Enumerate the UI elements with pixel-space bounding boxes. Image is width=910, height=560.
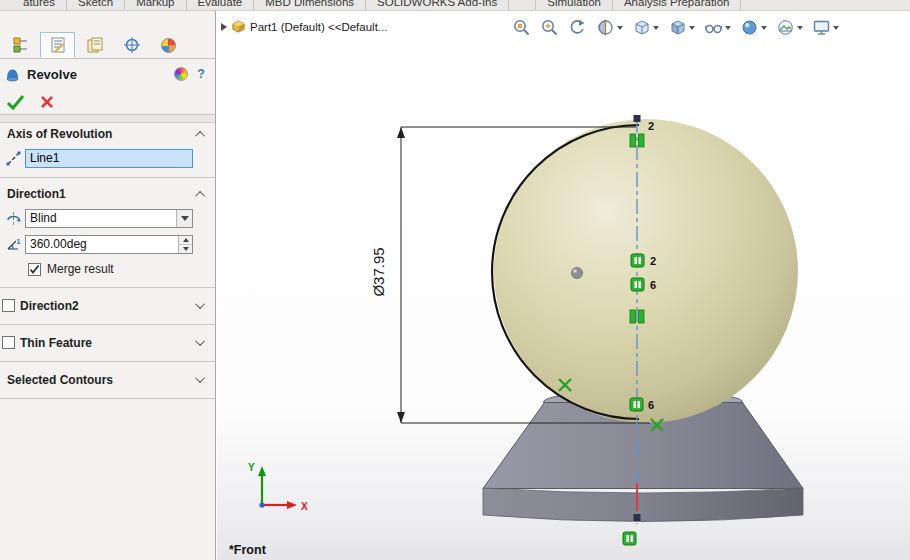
tab-mbd-dimensions[interactable]: MBD Dimensions	[254, 0, 366, 11]
relation-badge-mid-2[interactable]	[631, 278, 644, 291]
tab-dimxpert-manager[interactable]	[114, 32, 149, 58]
axis-selection-row: Line1	[0, 145, 215, 171]
spin-up-button[interactable]	[179, 236, 192, 245]
revolve-direction-icon[interactable]	[5, 210, 22, 227]
pin-color-help-icon[interactable]	[174, 67, 188, 81]
edit-appearance-button[interactable]	[740, 18, 767, 37]
breadcrumb: Part1 (Default) <<Default...	[221, 20, 387, 33]
section-divider	[0, 324, 215, 325]
axis-section-label: Axis of Revolution	[7, 127, 198, 141]
axis-selection-field[interactable]: Line1	[25, 149, 193, 168]
sketch-endpoint-bottom[interactable]	[634, 514, 641, 521]
breadcrumb-part-label[interactable]: Part1 (Default) <<Default...	[250, 21, 387, 33]
thin-feature-label: Thin Feature	[20, 336, 198, 350]
diameter-dimension-text[interactable]: Ø37.95	[370, 247, 387, 296]
axis-of-revolution-header[interactable]: Axis of Revolution	[0, 123, 215, 145]
axis-selection-value: Line1	[30, 151, 59, 165]
thin-feature-checkbox[interactable]	[2, 336, 15, 349]
zoom-to-area-button[interactable]	[540, 18, 559, 37]
previous-view-icon	[568, 18, 587, 37]
merge-result-checkbox[interactable]	[28, 263, 41, 276]
view-settings-button[interactable]	[812, 18, 839, 37]
tab-analysis-preparation[interactable]: Analysis Preparation	[613, 0, 741, 11]
relation-count-top: 2	[648, 120, 654, 132]
property-manager-icon	[49, 36, 67, 54]
tab-sketch[interactable]: Sketch	[67, 0, 125, 11]
ok-cancel-row	[0, 89, 215, 115]
monitor-icon	[812, 18, 831, 37]
tab-evaluate[interactable]: Evaluate	[187, 0, 255, 11]
angle-value: 360.00deg	[26, 236, 178, 253]
help-icon[interactable]: ?	[197, 67, 205, 81]
direction1-header[interactable]: Direction1	[0, 183, 215, 205]
end-condition-row: Blind	[0, 205, 215, 231]
view-orientation-button[interactable]	[632, 18, 659, 37]
ok-checkmark-button[interactable]	[5, 92, 27, 112]
feature-tree-expand-arrow[interactable]	[221, 23, 227, 31]
axis-line-icon	[5, 150, 22, 167]
relation-badge-low[interactable]	[630, 398, 643, 411]
tab-display-manager[interactable]	[151, 32, 186, 58]
merge-result-row: Merge result	[0, 257, 215, 281]
zoom-fit-icon	[512, 18, 531, 37]
chevron-up-icon	[183, 238, 189, 242]
glasses-icon	[704, 18, 723, 37]
direction1-label: Direction1	[7, 187, 198, 201]
tab-feature-manager[interactable]	[3, 32, 38, 58]
command-tabs: atures Sketch Markup Evaluate MBD Dimens…	[0, 0, 910, 11]
svg-text:1: 1	[16, 238, 20, 245]
section-divider	[0, 177, 215, 178]
relation-count-mid-1: 2	[650, 255, 656, 267]
tab-configuration-manager[interactable]	[77, 32, 112, 58]
thin-feature-section[interactable]: Thin Feature	[0, 330, 215, 355]
merge-result-label: Merge result	[47, 262, 114, 276]
relation-count-mid-2: 6	[650, 279, 656, 291]
manager-tab-row	[0, 32, 215, 59]
direction2-checkbox[interactable]	[2, 299, 15, 312]
section-divider	[0, 361, 215, 362]
chevron-down-icon	[653, 26, 659, 30]
display-style-button[interactable]	[668, 18, 695, 37]
group-separator	[0, 115, 215, 123]
tab-solidworks-addins[interactable]: SOLIDWORKS Add-Ins	[366, 0, 509, 11]
relation-badge-mid-1[interactable]	[631, 254, 644, 267]
tab-features[interactable]: atures	[12, 0, 67, 11]
dimxpert-icon	[123, 36, 141, 54]
feature-tree-icon	[12, 36, 30, 54]
checkmark-icon	[29, 264, 40, 275]
apply-scene-button[interactable]	[776, 18, 803, 37]
end-condition-dropdown[interactable]: Blind	[25, 209, 193, 228]
triad-z-dot	[259, 502, 264, 507]
spin-down-button[interactable]	[179, 245, 192, 253]
tab-property-manager[interactable]	[40, 32, 75, 58]
previous-view-button[interactable]	[568, 18, 587, 37]
chevron-down-icon	[689, 26, 695, 30]
selected-contours-label: Selected Contours	[7, 373, 198, 387]
chevron-down-icon	[181, 216, 189, 221]
triad-y-label: Y	[248, 462, 255, 473]
direction2-label: Direction2	[20, 299, 198, 313]
graphics-area[interactable]: Ø37.95 2 2 6	[217, 11, 910, 560]
relation-count-low: 6	[648, 399, 654, 411]
cancel-x-button[interactable]	[39, 94, 55, 110]
tab-simulation[interactable]: Simulation	[535, 0, 613, 11]
selected-contours-section[interactable]: Selected Contours	[0, 367, 215, 392]
graphics-viewport[interactable]: Ø37.95 2 2 6	[217, 11, 910, 560]
direction2-section[interactable]: Direction2	[0, 293, 215, 318]
section-view-button[interactable]	[596, 18, 623, 37]
triad-x-label: X	[301, 501, 308, 512]
reference-triad: Y X	[248, 462, 308, 512]
hide-show-items-button[interactable]	[704, 18, 731, 37]
zoom-to-fit-button[interactable]	[512, 18, 531, 37]
part-icon	[232, 20, 245, 33]
dropdown-arrow-button[interactable]	[176, 210, 192, 227]
property-manager-panel: Revolve ? Axis of Revolution Line1 D	[0, 11, 216, 560]
angle-spinner[interactable]: 360.00deg	[25, 235, 193, 254]
chevron-down-icon	[617, 26, 623, 30]
tab-markup[interactable]: Markup	[125, 0, 186, 11]
sketch-endpoint-top[interactable]	[634, 115, 641, 122]
display-manager-icon	[161, 38, 176, 53]
relation-badge-bottom[interactable]	[623, 532, 636, 545]
revolve-feature-icon	[4, 66, 21, 83]
view-orientation-cube-icon	[632, 18, 651, 37]
